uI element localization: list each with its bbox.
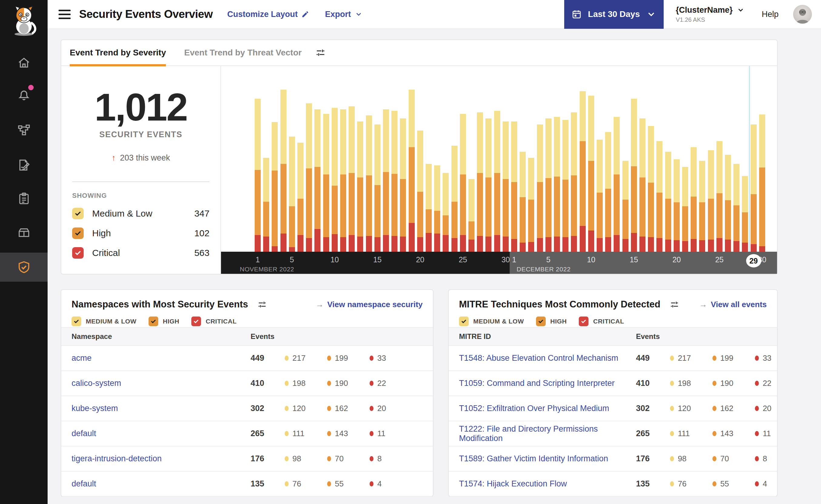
chart-bar-day-nov-29[interactable]: [494, 111, 500, 252]
chart-bar-day-nov-8[interactable]: [314, 109, 321, 252]
mitre-technique-link[interactable]: T1059: Command and Scripting Interpreter: [459, 379, 614, 388]
chart-bar-day-nov-16[interactable]: [383, 109, 389, 252]
sidebar-item-workloads[interactable]: [0, 218, 48, 247]
chart-bar-day-dec-2[interactable]: [520, 152, 526, 252]
chart-bar-day-dec-13[interactable]: [613, 117, 620, 252]
chart-bar-day-dec-1[interactable]: [511, 121, 517, 252]
high-checkbox[interactable]: [72, 227, 84, 239]
chart-bar-day-dec-28[interactable]: [742, 176, 748, 252]
chart-bar-day-nov-7[interactable]: [306, 103, 312, 252]
cluster-selector[interactable]: {ClusterName} V1.26 AKS: [676, 5, 745, 23]
namespace-link[interactable]: acme: [71, 353, 91, 363]
chart-bar-day-dec-11[interactable]: [596, 140, 603, 252]
chart-bar-day-nov-1[interactable]: [255, 99, 261, 252]
chart-bar-day-dec-16[interactable]: [640, 118, 646, 252]
mitre-technique-link[interactable]: T1222: File and Directory Permissions Mo…: [459, 424, 598, 443]
chart-bar-day-dec-8[interactable]: [571, 112, 577, 252]
chart-bar-day-dec-22[interactable]: [691, 147, 697, 252]
chart-bar-day-nov-25[interactable]: [460, 114, 466, 252]
mitre-technique-link[interactable]: T1574: Hijack Execution Flow: [459, 479, 567, 488]
chart-bar-day-nov-4[interactable]: [281, 90, 287, 252]
chart-bar-day-nov-9[interactable]: [323, 114, 329, 252]
chart-bar-day-nov-5[interactable]: [289, 137, 295, 252]
sidebar-item-compliance[interactable]: [0, 184, 48, 213]
chart-bar-day-dec-7[interactable]: [562, 120, 568, 252]
chart-bar-day-dec-25[interactable]: [716, 141, 723, 252]
chart-bar-day-nov-11[interactable]: [340, 109, 346, 252]
chart-bar-day-dec-4[interactable]: [537, 124, 543, 252]
high-checkbox[interactable]: [148, 317, 158, 326]
chart-bar-day-dec-24[interactable]: [708, 150, 714, 252]
view-namespace-security-link[interactable]: →View namespace security: [316, 300, 423, 309]
help-link[interactable]: Help: [762, 10, 779, 19]
chart-bar-day-dec-18[interactable]: [657, 141, 663, 252]
tab-event-trend-by-threat-vector[interactable]: Event Trend by Threat Vector: [184, 40, 301, 66]
medium-low-checkbox[interactable]: [71, 317, 81, 326]
chart-bar-day-dec-17[interactable]: [648, 126, 654, 252]
sidebar-item-alerts[interactable]: [0, 81, 48, 110]
menu-icon[interactable]: [58, 10, 71, 19]
mitre-technique-link[interactable]: T1052: Exfiltration Over Physical Medium: [459, 404, 609, 413]
chart-bar-day-nov-10[interactable]: [332, 108, 338, 252]
user-avatar[interactable]: [793, 5, 812, 24]
chart-bar-day-nov-6[interactable]: [298, 143, 304, 252]
chart-bar-day-nov-27[interactable]: [477, 112, 483, 252]
chart-bar-day-dec-20[interactable]: [674, 159, 680, 252]
chart-bar-day-dec-30[interactable]: [759, 114, 765, 252]
namespace-link[interactable]: kube-system: [71, 404, 118, 413]
selected-day-marker[interactable]: 29: [746, 254, 761, 267]
critical-checkbox[interactable]: [72, 247, 84, 259]
chart-bar-day-dec-9[interactable]: [580, 91, 586, 252]
chart-bar-day-dec-23[interactable]: [699, 161, 705, 252]
tab-event-trend-by-severity[interactable]: Event Trend by Severity: [70, 40, 166, 66]
chart-bar-day-nov-14[interactable]: [366, 115, 372, 252]
namespace-link[interactable]: tigera-intrusion-detection: [71, 454, 161, 463]
chart-bar-day-nov-28[interactable]: [485, 118, 491, 252]
chart-bar-day-dec-6[interactable]: [554, 117, 560, 252]
chart-bar-day-dec-15[interactable]: [631, 99, 637, 252]
chart-bar-day-nov-24[interactable]: [451, 146, 457, 252]
chart-bar-day-dec-26[interactable]: [725, 155, 731, 252]
chart-bar-day-nov-3[interactable]: [272, 122, 278, 252]
chart-bar-day-dec-27[interactable]: [733, 164, 740, 252]
chart-bar-day-dec-29[interactable]: [751, 124, 757, 252]
namespace-link[interactable]: calico-system: [71, 379, 121, 388]
date-range-button[interactable]: Last 30 Days: [564, 0, 664, 29]
calico-cat-logo[interactable]: [7, 3, 41, 36]
chart-bar-day-nov-26[interactable]: [468, 179, 474, 252]
panel-settings-icon[interactable]: [670, 300, 680, 310]
chart-bar-day-nov-15[interactable]: [374, 124, 381, 252]
chart-bar-day-nov-21[interactable]: [426, 164, 432, 252]
chart-bar-day-nov-30[interactable]: [503, 121, 509, 252]
view-all-events-link[interactable]: →View all events: [699, 300, 767, 309]
chart-bar-day-nov-22[interactable]: [434, 165, 440, 252]
panel-settings-icon[interactable]: [257, 300, 267, 310]
chart-bar-day-nov-23[interactable]: [443, 173, 449, 252]
chart-bar-day-nov-2[interactable]: [263, 158, 269, 252]
chart-bar-day-dec-12[interactable]: [605, 132, 611, 252]
mitre-technique-link[interactable]: T1589: Gather Victim Identity Informatio…: [459, 454, 608, 463]
namespace-link[interactable]: default: [71, 429, 96, 438]
export-button[interactable]: Export: [325, 10, 363, 19]
chart-bar-day-nov-20[interactable]: [417, 131, 423, 252]
high-checkbox[interactable]: [536, 317, 546, 326]
sidebar-item-home[interactable]: [0, 48, 48, 77]
critical-checkbox[interactable]: [191, 317, 201, 326]
sidebar-item-service-graph[interactable]: [0, 116, 48, 145]
sidebar-item-threat-defense[interactable]: [0, 253, 48, 282]
medium-low-checkbox[interactable]: [459, 317, 469, 326]
chart-bar-day-dec-14[interactable]: [623, 161, 629, 252]
chart-bar-day-nov-12[interactable]: [349, 106, 355, 252]
customize-layout-button[interactable]: Customize Layout: [227, 10, 309, 19]
chart-bar-day-dec-10[interactable]: [588, 96, 594, 252]
chart-bar-day-nov-18[interactable]: [400, 118, 406, 252]
chart-bar-day-dec-3[interactable]: [528, 158, 534, 252]
mitre-technique-link[interactable]: T1548: Abuse Elevation Control Mechanism: [459, 353, 618, 363]
critical-checkbox[interactable]: [579, 317, 588, 326]
chart-bar-day-nov-17[interactable]: [391, 111, 397, 252]
chart-settings-icon[interactable]: [315, 47, 326, 58]
chart-bar-day-nov-19[interactable]: [409, 90, 415, 252]
chart-bar-day-nov-13[interactable]: [357, 121, 363, 252]
sidebar-item-policies[interactable]: [0, 151, 48, 180]
chart-bar-day-dec-19[interactable]: [665, 152, 671, 252]
